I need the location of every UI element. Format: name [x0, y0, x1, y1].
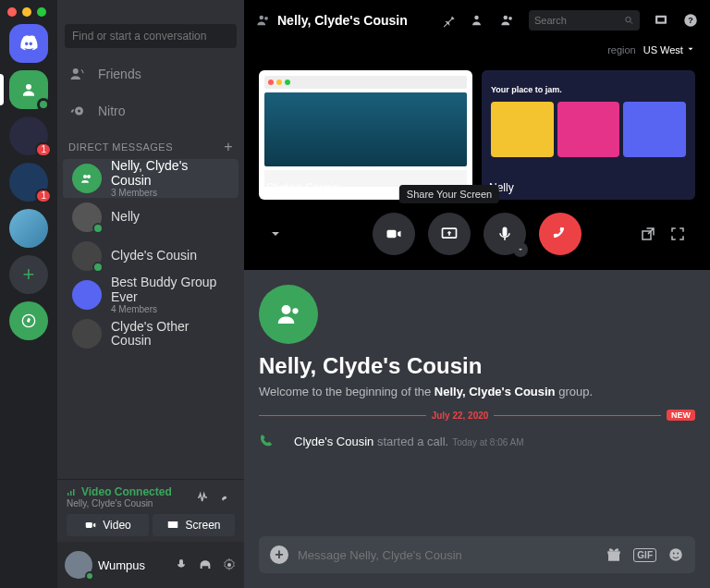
self-avatar[interactable] — [65, 551, 92, 579]
svg-rect-30 — [608, 554, 619, 561]
svg-rect-9 — [73, 489, 75, 496]
collapse-video-button[interactable] — [268, 227, 283, 241]
settings-button[interactable] — [222, 557, 237, 572]
svg-point-33 — [673, 553, 675, 555]
message-author: Clyde's Cousin — [294, 435, 373, 448]
region-selector[interactable]: US West — [643, 44, 695, 55]
svg-rect-7 — [67, 493, 69, 496]
conversation-search[interactable] — [65, 24, 237, 48]
dm-name: Nelly — [111, 210, 140, 224]
server-item-1[interactable]: 1 — [9, 116, 48, 155]
voice-status-panel: Video Connected Nelly, Clyde's Cousin Vi… — [57, 479, 244, 542]
window-traffic-lights[interactable] — [7, 7, 46, 17]
mic-dropdown-button[interactable] — [513, 242, 528, 257]
screen-button[interactable]: Screen — [153, 514, 235, 536]
toggle-mic-button[interactable] — [484, 213, 526, 255]
noise-suppression-button[interactable] — [196, 490, 211, 505]
welcome-title: Nelly, Clyde's Cousin — [259, 353, 695, 379]
server-rail: 1 1 + — [0, 0, 57, 588]
nitro-label: Nitro — [98, 104, 126, 118]
online-dot — [85, 571, 94, 581]
svg-point-18 — [508, 17, 512, 20]
welcome-subtitle: Welcome to the beginning of the Nelly, C… — [259, 385, 695, 398]
add-server-button[interactable]: + — [9, 255, 48, 294]
svg-rect-8 — [70, 491, 72, 496]
help-icon[interactable]: ? — [682, 12, 699, 29]
svg-point-28 — [282, 305, 291, 314]
search-input[interactable] — [534, 15, 624, 26]
new-badge: NEW — [667, 410, 695, 421]
video-tile-nelly[interactable]: Your place to jam. Nelly — [482, 70, 695, 200]
chat-area: Nelly, Clyde's Cousin Welcome to the beg… — [244, 270, 710, 588]
members-icon[interactable] — [499, 12, 516, 29]
person-icon — [20, 81, 37, 98]
maximize-window-dot[interactable] — [37, 7, 46, 17]
svg-rect-10 — [86, 522, 92, 528]
deafen-button[interactable] — [198, 557, 213, 572]
minimize-window-dot[interactable] — [22, 7, 31, 17]
search-box[interactable] — [529, 10, 640, 31]
self-username: Wumpus — [98, 558, 168, 572]
server-item-3[interactable] — [9, 209, 48, 248]
message-time: Today at 8:06 AM — [452, 437, 523, 447]
chevron-down-icon — [686, 44, 695, 54]
group-icon — [255, 12, 272, 29]
svg-point-14 — [260, 16, 264, 20]
attach-button[interactable]: + — [270, 545, 288, 564]
server-item-2[interactable]: 1 — [9, 163, 48, 202]
svg-point-5 — [83, 175, 87, 178]
video-call-area: Clyde's Cousin Your place to jam. Nelly — [244, 61, 710, 270]
message-composer[interactable]: + GIF — [259, 536, 695, 573]
dm-sub: 4 Members — [111, 304, 229, 314]
close-window-dot[interactable] — [7, 7, 17, 17]
dm-clydes-cousin[interactable]: Clyde's Cousin — [63, 237, 239, 276]
explore-servers-button[interactable] — [9, 301, 48, 340]
dm-name: Nelly, Clyde's Cousin — [111, 159, 229, 188]
group-avatar — [72, 164, 102, 193]
user-avatar — [72, 241, 102, 271]
gift-button[interactable] — [606, 546, 622, 563]
mute-button[interactable] — [174, 557, 189, 572]
online-dot — [92, 262, 104, 273]
dm-clydes-other-cousin[interactable]: Clyde's Other Cousin — [63, 314, 239, 353]
tile-name: Clyde's Cousin — [266, 181, 340, 194]
fullscreen-button[interactable] — [669, 226, 686, 242]
region-label: region — [607, 44, 636, 55]
nitro-nav[interactable]: Nitro — [57, 92, 244, 129]
share-screen-button[interactable]: Share Your Screen — [428, 213, 471, 255]
svg-rect-11 — [168, 521, 178, 528]
pin-icon[interactable] — [440, 12, 457, 29]
svg-point-4 — [78, 110, 80, 113]
video-button[interactable]: Video — [67, 514, 149, 536]
svg-point-17 — [504, 16, 508, 20]
phone-icon — [259, 434, 285, 448]
dm-best-buddy-group[interactable]: Best Buddy Group Ever 4 Members — [63, 276, 239, 314]
leave-call-button[interactable] — [539, 213, 581, 255]
message-input[interactable] — [298, 548, 596, 562]
voice-channel-name: Nelly, Clyde's Cousin — [67, 498, 172, 508]
popout-button[interactable] — [640, 226, 656, 242]
dm-name: Clyde's Other Cousin — [111, 320, 229, 349]
add-friends-icon[interactable] — [470, 12, 486, 29]
create-dm-button[interactable]: + — [224, 139, 233, 155]
dm-group-nelly-clyde[interactable]: Nelly, Clyde's Cousin 3 Members — [63, 159, 239, 198]
emoji-button[interactable] — [667, 546, 684, 563]
tile-banner-text: Your place to jam. — [491, 85, 686, 94]
unread-badge: 1 — [35, 189, 52, 203]
conversation-search-input[interactable] — [72, 30, 229, 43]
person-wave-icon — [68, 66, 87, 82]
friends-nav[interactable]: Friends — [57, 55, 244, 92]
dm-nelly[interactable]: Nelly — [63, 198, 239, 237]
server-green-active[interactable] — [9, 70, 48, 109]
svg-rect-26 — [503, 227, 508, 237]
disconnect-button[interactable] — [220, 490, 235, 505]
gif-button[interactable]: GIF — [633, 548, 656, 562]
screen-share-icon — [440, 225, 459, 243]
svg-point-32 — [669, 548, 682, 561]
toggle-camera-button[interactable] — [373, 213, 415, 255]
home-button[interactable] — [9, 24, 48, 63]
inbox-icon[interactable] — [653, 12, 669, 29]
video-tile-clydes-cousin[interactable]: Clyde's Cousin — [259, 70, 472, 200]
people-icon — [80, 171, 94, 186]
svg-point-6 — [87, 175, 91, 178]
